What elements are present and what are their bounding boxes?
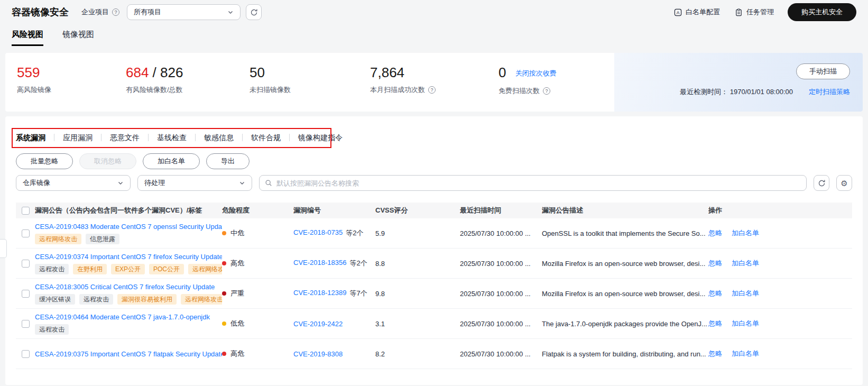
vuln-tag: 远程攻击 [79,294,113,305]
cvss-score: 9.8 [375,290,460,298]
image-scope-value: 仓库镜像 [23,178,50,188]
cve-link[interactable]: CVE-2018-0735 [293,228,343,238]
subtab-malicious-files[interactable]: 恶意文件 [110,132,157,143]
announcement-link[interactable]: CESA-2019:0375 Important CentOS 7 flatpa… [35,350,222,358]
stat-high-risk-images: 559 高风险镜像 [17,65,126,112]
stat-risky-total-label: 有风险镜像数/总数 [126,85,250,95]
cve-link[interactable]: CVE-2019-8308 [293,350,343,358]
project-select[interactable]: 所有项目 [127,4,241,20]
announcement-link[interactable]: CESA-2019:0483 Moderate CentOS 7 openssl… [35,223,222,231]
scan-time: 2025/07/30 10:00:00 ... [460,320,542,328]
view-tabs: 风险视图 镜像视图 [0,24,868,46]
page-title: 容器镜像安全 [12,6,69,19]
search-input[interactable] [276,179,801,187]
vuln-tag: 远程攻击 [35,324,69,335]
export-button[interactable]: 导出 [206,153,250,169]
cvss-score: 5.9 [375,229,460,237]
cancel-ignore-button[interactable]: 取消忽略 [79,153,136,169]
image-scope-select[interactable]: 仓库镜像 [16,175,131,191]
tab-image-view[interactable]: 镜像视图 [62,30,94,46]
task-manage-button[interactable]: 任务管理 [735,7,774,17]
subtab-app-vuln[interactable]: 应用漏洞 [63,132,110,143]
help-icon[interactable]: ? [543,87,550,95]
refresh-table-button[interactable] [814,175,829,191]
row-checkbox[interactable] [22,229,30,237]
stat-free-scans-label: 免费扫描次数 [498,86,540,96]
schedule-scan-policy-link[interactable]: 定时扫描策略 [809,87,850,97]
stat-unscanned-label: 未扫描镜像数 [250,85,370,95]
help-icon[interactable]: ? [428,86,436,94]
tab-risk-view[interactable]: 风险视图 [12,30,43,46]
task-manage-label: 任务管理 [746,7,774,17]
table-row: CESA-2019:0374 Important CentOS 7 firefo… [16,249,852,279]
close-pay-per-use-link[interactable]: 关闭按次收费 [515,69,557,77]
severity-dot [222,261,226,265]
ignore-link[interactable]: 忽略 [708,319,722,328]
search-box [259,175,807,191]
risk-type-tabs: 系统漏洞 应用漏洞 恶意文件 基线检查 敏感信息 软件合规 镜像构建指令 [16,132,852,143]
project-select-value: 所有项目 [134,7,161,17]
batch-ignore-button[interactable]: 批量忽略 [16,153,73,169]
search-icon [265,179,272,187]
subtab-sensitive-info[interactable]: 敏感信息 [204,132,251,143]
severity-dot [222,231,226,235]
announcement-link[interactable]: CESA-2018:3005 Critical CentOS 7 firefox… [35,283,222,291]
add-whitelist-link[interactable]: 加白名单 [732,349,759,359]
ignore-link[interactable]: 忽略 [708,349,722,359]
vuln-tag: POC公开 [149,264,184,274]
severity-dot [222,291,226,296]
whitelist-config-button[interactable]: A 白名单配置 [674,7,720,17]
add-whitelist-link[interactable]: 加白名单 [732,289,759,298]
stat-unscanned-value: 50 [250,65,370,80]
refresh-projects-button[interactable] [246,4,262,20]
severity-label: 高危 [230,259,244,268]
subtab-system-vuln[interactable]: 系统漏洞 [16,132,63,143]
cve-link[interactable]: CVE-2019-2422 [293,320,343,328]
select-all-checkbox[interactable] [22,207,30,215]
handle-status-select[interactable]: 待处理 [137,175,252,191]
col-description: 漏洞公告描述 [542,206,708,215]
table-row: CESA-2019:0375 Important CentOS 7 flatpa… [16,339,852,369]
subtab-baseline-check[interactable]: 基线检查 [157,132,204,143]
subtab-software-compliance[interactable]: 软件合规 [251,132,298,143]
side-panel-handle[interactable] [0,239,7,258]
add-whitelist-button[interactable]: 加白名单 [143,153,200,169]
cve-link[interactable]: CVE-2018-12389 [293,289,346,298]
help-icon[interactable]: ? [112,8,119,16]
task-clipboard-icon [735,8,743,16]
row-checkbox[interactable] [22,260,30,268]
handle-status-value: 待处理 [144,178,165,188]
manual-scan-button[interactable]: 手动扫描 [796,63,850,79]
buy-host-security-button[interactable]: 购买主机安全 [788,3,856,21]
announcement-link[interactable]: CESA-2019:0374 Important CentOS 7 firefo… [35,253,222,261]
add-whitelist-link[interactable]: 加白名单 [732,319,759,328]
vuln-description: The java-1.7.0-openjdk packages provide … [542,320,708,328]
col-severity: 危险程度 [222,206,293,215]
ignore-link[interactable]: 忽略 [708,228,722,238]
vuln-description: Mozilla Firefox is an open-source web br… [542,260,708,268]
announcement-link[interactable]: CESA-2019:0464 Moderate CentOS 7 java-1.… [35,313,222,321]
table-settings-button[interactable]: ⚙ [836,175,852,191]
severity-dot [222,352,226,356]
row-checkbox[interactable] [22,290,30,298]
stat-month-scans-value: 7,864 [370,65,498,80]
stat-total-value: / 826 [149,65,183,80]
ignore-link[interactable]: 忽略 [708,289,722,298]
row-checkbox[interactable] [22,350,30,358]
severity-label: 严重 [230,289,244,298]
add-whitelist-link[interactable]: 加白名单 [732,228,759,238]
vuln-tag: 漏洞很容易被利用 [117,294,177,305]
stat-month-scans: 7,864 本月扫描成功次数 ? [370,65,498,112]
severity-label: 低危 [230,319,244,328]
row-checkbox[interactable] [22,320,30,328]
svg-text:A: A [677,10,680,15]
vulnerability-table: 漏洞公告（公告内会包含同一软件多个漏洞CVE）/标签 危险程度 漏洞编号 CVS… [16,203,852,369]
scan-time: 2025/07/30 10:00:00 ... [460,290,542,298]
add-whitelist-link[interactable]: 加白名单 [732,259,759,268]
enterprise-project-group: 企业项目 ? [81,7,119,17]
cve-link[interactable]: CVE-2018-18356 [293,259,346,268]
subtab-image-build-cmd[interactable]: 镜像构建指令 [298,132,343,143]
ignore-link[interactable]: 忽略 [708,259,722,268]
stat-month-scans-label: 本月扫描成功次数 [370,85,425,95]
cve-count-suffix: 等2个 [349,259,367,268]
